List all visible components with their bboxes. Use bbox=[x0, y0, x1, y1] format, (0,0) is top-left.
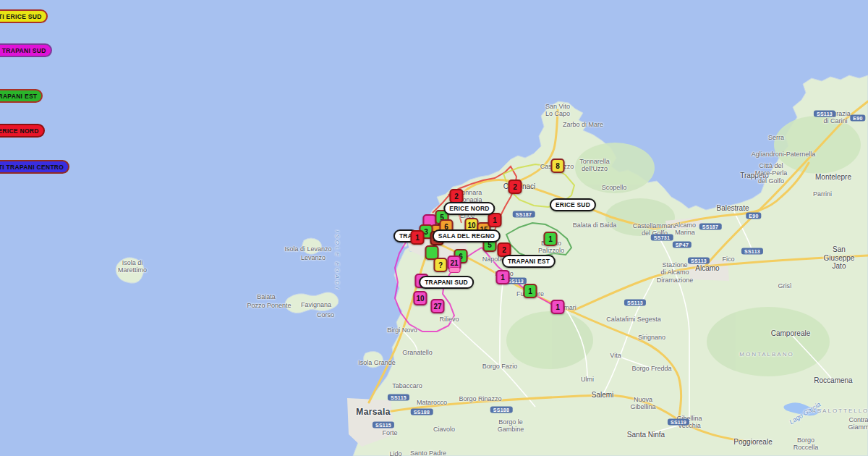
map-marker[interactable]: 2 bbox=[450, 189, 464, 203]
zone-label-trapani-est[interactable]: TRAPANI EST bbox=[502, 255, 556, 268]
road-shield: SS188 bbox=[411, 409, 433, 415]
road-shield: SS188 bbox=[490, 407, 513, 413]
road-shield: E90 bbox=[746, 213, 761, 219]
road-shield: SS113 bbox=[688, 258, 710, 264]
legend-item-trapani-sud[interactable]: TI TRAPANI SUD bbox=[0, 43, 52, 57]
map-app: MarsalaAlcamoSalemiCamporealeRoccamenaPo… bbox=[0, 0, 868, 456]
legend-item-erice-nord[interactable]: I ERICE NORD bbox=[0, 124, 45, 138]
marker-sub-tag bbox=[448, 267, 460, 273]
map-marker[interactable]: 1 bbox=[488, 213, 502, 227]
zone-label-erice-nord[interactable]: ERICE NORD bbox=[443, 202, 495, 215]
legend-item-erice-sud[interactable]: ATI ERICE SUD bbox=[0, 9, 48, 23]
road-shield: E90 bbox=[850, 115, 865, 122]
map-marker[interactable]: ? bbox=[434, 258, 448, 272]
road-shield: SS115 bbox=[388, 394, 409, 401]
legend-item-trapani-est[interactable]: TRAPANI EST bbox=[0, 89, 43, 103]
zone-label-erice-sud[interactable]: ERICE SUD bbox=[550, 198, 596, 211]
zone-label-sala-del-regno[interactable]: SALA DEL REGNO bbox=[433, 229, 501, 242]
map-marker[interactable]: 27 bbox=[430, 299, 444, 313]
map-marker[interactable]: 1 bbox=[524, 284, 537, 298]
road-shield: SS119 bbox=[668, 419, 689, 426]
map-marker[interactable]: 21 bbox=[447, 256, 461, 270]
map-marker[interactable]: 8 bbox=[551, 159, 565, 173]
zone-label-trapani-sud[interactable]: TRAPANI SUD bbox=[419, 276, 474, 289]
map-marker[interactable]: 1 bbox=[544, 232, 558, 246]
legend-item-trapani-centro[interactable]: ATI TRAPANI CENTRO bbox=[0, 160, 69, 174]
road-shield: SP47 bbox=[673, 242, 692, 248]
road-shield: SS113 bbox=[741, 248, 763, 255]
map-marker[interactable]: 1 bbox=[551, 300, 565, 314]
road-shield: SS115 bbox=[373, 422, 394, 428]
map-marker[interactable]: 2 bbox=[509, 180, 522, 194]
road-shield: SS113 bbox=[624, 300, 646, 306]
map-marker[interactable]: 1 bbox=[411, 230, 425, 245]
map-marker[interactable]: 10 bbox=[413, 291, 427, 305]
road-shield: SS187 bbox=[699, 224, 722, 230]
road-shield: SS731 bbox=[651, 235, 673, 241]
road-shield: SS187 bbox=[513, 211, 535, 218]
road-shield: SS113 bbox=[814, 111, 835, 117]
map-marker[interactable]: 1 bbox=[496, 270, 510, 284]
